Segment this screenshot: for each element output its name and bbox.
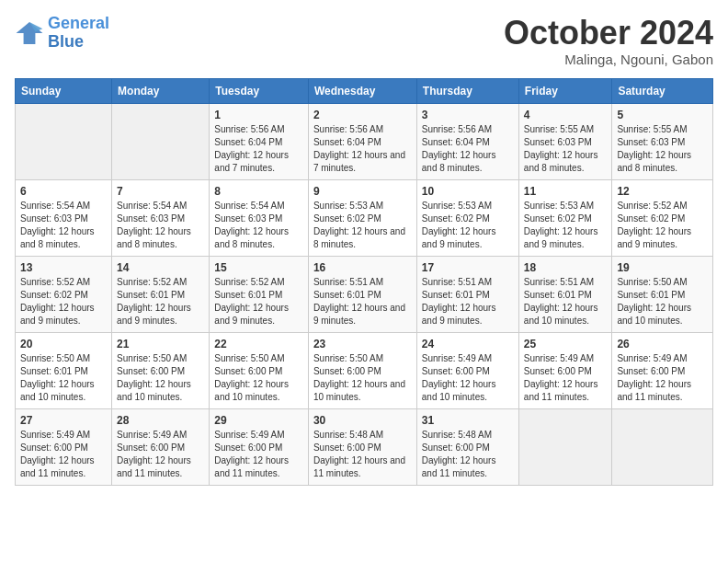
day-info: Sunrise: 5:50 AMSunset: 6:00 PMDaylight:… bbox=[313, 352, 412, 404]
logo-text: General Blue bbox=[48, 15, 109, 52]
weekday-header: Thursday bbox=[416, 78, 518, 103]
day-number: 7 bbox=[117, 185, 204, 198]
day-info: Sunrise: 5:56 AMSunset: 6:04 PMDaylight:… bbox=[214, 123, 303, 175]
calendar-cell: 19Sunrise: 5:50 AMSunset: 6:01 PMDayligh… bbox=[612, 256, 713, 332]
day-number: 4 bbox=[524, 109, 608, 121]
location: Malinga, Ngouni, Gabon bbox=[504, 52, 713, 67]
day-info: Sunrise: 5:52 AMSunset: 6:02 PMDaylight:… bbox=[20, 276, 107, 327]
day-info: Sunrise: 5:51 AMSunset: 6:01 PMDaylight:… bbox=[422, 276, 514, 327]
day-info: Sunrise: 5:56 AMSunset: 6:04 PMDaylight:… bbox=[422, 123, 514, 175]
month-title: October 2024 bbox=[504, 15, 713, 52]
day-number: 29 bbox=[214, 414, 303, 427]
logo-icon bbox=[15, 18, 44, 48]
day-info: Sunrise: 5:52 AMSunset: 6:01 PMDaylight:… bbox=[117, 276, 204, 327]
day-info: Sunrise: 5:50 AMSunset: 6:00 PMDaylight:… bbox=[214, 352, 303, 404]
calendar-week-row: 13Sunrise: 5:52 AMSunset: 6:02 PMDayligh… bbox=[16, 256, 713, 332]
calendar-cell bbox=[112, 103, 210, 179]
day-info: Sunrise: 5:53 AMSunset: 6:02 PMDaylight:… bbox=[313, 200, 412, 251]
day-number: 26 bbox=[617, 338, 708, 350]
calendar-cell: 21Sunrise: 5:50 AMSunset: 6:00 PMDayligh… bbox=[112, 332, 210, 408]
day-info: Sunrise: 5:49 AMSunset: 6:00 PMDaylight:… bbox=[117, 429, 204, 480]
day-info: Sunrise: 5:49 AMSunset: 6:00 PMDaylight:… bbox=[214, 429, 303, 480]
day-number: 23 bbox=[313, 338, 412, 350]
calendar-cell: 26Sunrise: 5:49 AMSunset: 6:00 PMDayligh… bbox=[612, 332, 713, 408]
calendar-week-row: 20Sunrise: 5:50 AMSunset: 6:01 PMDayligh… bbox=[16, 332, 713, 408]
calendar-cell: 20Sunrise: 5:50 AMSunset: 6:01 PMDayligh… bbox=[16, 332, 112, 408]
calendar-cell bbox=[518, 408, 612, 485]
calendar-cell: 30Sunrise: 5:48 AMSunset: 6:00 PMDayligh… bbox=[308, 408, 416, 485]
weekday-header: Tuesday bbox=[210, 78, 309, 103]
calendar-cell: 25Sunrise: 5:49 AMSunset: 6:00 PMDayligh… bbox=[518, 332, 612, 408]
day-number: 5 bbox=[617, 109, 708, 121]
calendar-cell: 28Sunrise: 5:49 AMSunset: 6:00 PMDayligh… bbox=[112, 408, 210, 485]
calendar-cell: 24Sunrise: 5:49 AMSunset: 6:00 PMDayligh… bbox=[416, 332, 518, 408]
day-number: 16 bbox=[313, 261, 412, 274]
day-info: Sunrise: 5:54 AMSunset: 6:03 PMDaylight:… bbox=[117, 200, 204, 251]
logo: General Blue bbox=[15, 15, 109, 52]
calendar-cell: 5Sunrise: 5:55 AMSunset: 6:03 PMDaylight… bbox=[612, 103, 713, 179]
weekday-header: Saturday bbox=[612, 78, 713, 103]
day-number: 24 bbox=[422, 338, 514, 350]
calendar-week-row: 1Sunrise: 5:56 AMSunset: 6:04 PMDaylight… bbox=[16, 103, 713, 179]
calendar-cell: 8Sunrise: 5:54 AMSunset: 6:03 PMDaylight… bbox=[210, 179, 309, 256]
calendar-cell bbox=[612, 408, 713, 485]
day-info: Sunrise: 5:50 AMSunset: 6:00 PMDaylight:… bbox=[117, 352, 204, 404]
title-block: October 2024 Malinga, Ngouni, Gabon bbox=[504, 15, 713, 67]
day-number: 27 bbox=[20, 414, 107, 427]
day-info: Sunrise: 5:52 AMSunset: 6:02 PMDaylight:… bbox=[617, 200, 708, 251]
calendar-cell: 17Sunrise: 5:51 AMSunset: 6:01 PMDayligh… bbox=[416, 256, 518, 332]
day-number: 22 bbox=[214, 338, 303, 350]
day-info: Sunrise: 5:55 AMSunset: 6:03 PMDaylight:… bbox=[617, 123, 708, 175]
calendar-cell: 6Sunrise: 5:54 AMSunset: 6:03 PMDaylight… bbox=[16, 179, 112, 256]
day-number: 30 bbox=[313, 414, 412, 427]
svg-marker-0 bbox=[17, 22, 43, 44]
day-info: Sunrise: 5:53 AMSunset: 6:02 PMDaylight:… bbox=[524, 200, 608, 251]
calendar-cell: 14Sunrise: 5:52 AMSunset: 6:01 PMDayligh… bbox=[112, 256, 210, 332]
day-info: Sunrise: 5:50 AMSunset: 6:01 PMDaylight:… bbox=[617, 276, 708, 327]
day-number: 13 bbox=[20, 261, 107, 274]
day-number: 18 bbox=[524, 261, 608, 274]
day-number: 31 bbox=[422, 414, 514, 427]
day-info: Sunrise: 5:48 AMSunset: 6:00 PMDaylight:… bbox=[313, 429, 412, 480]
day-number: 17 bbox=[422, 261, 514, 274]
day-number: 8 bbox=[214, 185, 303, 198]
calendar-cell: 3Sunrise: 5:56 AMSunset: 6:04 PMDaylight… bbox=[416, 103, 518, 179]
calendar-cell: 22Sunrise: 5:50 AMSunset: 6:00 PMDayligh… bbox=[210, 332, 309, 408]
day-info: Sunrise: 5:54 AMSunset: 6:03 PMDaylight:… bbox=[214, 200, 303, 251]
day-number: 9 bbox=[313, 185, 412, 198]
weekday-header: Sunday bbox=[16, 78, 112, 103]
day-number: 14 bbox=[117, 261, 204, 274]
calendar-cell bbox=[16, 103, 112, 179]
calendar-table: SundayMondayTuesdayWednesdayThursdayFrid… bbox=[15, 78, 713, 486]
day-info: Sunrise: 5:56 AMSunset: 6:04 PMDaylight:… bbox=[313, 123, 412, 175]
day-number: 19 bbox=[617, 261, 708, 274]
day-number: 1 bbox=[214, 109, 303, 121]
calendar-cell: 2Sunrise: 5:56 AMSunset: 6:04 PMDaylight… bbox=[308, 103, 416, 179]
day-number: 6 bbox=[20, 185, 107, 198]
day-info: Sunrise: 5:53 AMSunset: 6:02 PMDaylight:… bbox=[422, 200, 514, 251]
calendar-cell: 12Sunrise: 5:52 AMSunset: 6:02 PMDayligh… bbox=[612, 179, 713, 256]
calendar-cell: 10Sunrise: 5:53 AMSunset: 6:02 PMDayligh… bbox=[416, 179, 518, 256]
calendar-cell: 16Sunrise: 5:51 AMSunset: 6:01 PMDayligh… bbox=[308, 256, 416, 332]
day-info: Sunrise: 5:49 AMSunset: 6:00 PMDaylight:… bbox=[617, 352, 708, 404]
day-info: Sunrise: 5:55 AMSunset: 6:03 PMDaylight:… bbox=[524, 123, 608, 175]
weekday-header: Monday bbox=[112, 78, 210, 103]
calendar-week-row: 6Sunrise: 5:54 AMSunset: 6:03 PMDaylight… bbox=[16, 179, 713, 256]
calendar-cell: 31Sunrise: 5:48 AMSunset: 6:00 PMDayligh… bbox=[416, 408, 518, 485]
calendar-cell: 15Sunrise: 5:52 AMSunset: 6:01 PMDayligh… bbox=[210, 256, 309, 332]
day-number: 10 bbox=[422, 185, 514, 198]
day-info: Sunrise: 5:49 AMSunset: 6:00 PMDaylight:… bbox=[422, 352, 514, 404]
day-number: 3 bbox=[422, 109, 514, 121]
day-info: Sunrise: 5:51 AMSunset: 6:01 PMDaylight:… bbox=[524, 276, 608, 327]
calendar-cell: 29Sunrise: 5:49 AMSunset: 6:00 PMDayligh… bbox=[210, 408, 309, 485]
day-number: 21 bbox=[117, 338, 204, 350]
calendar-cell: 9Sunrise: 5:53 AMSunset: 6:02 PMDaylight… bbox=[308, 179, 416, 256]
weekday-header-row: SundayMondayTuesdayWednesdayThursdayFrid… bbox=[16, 78, 713, 103]
calendar-cell: 18Sunrise: 5:51 AMSunset: 6:01 PMDayligh… bbox=[518, 256, 612, 332]
day-number: 28 bbox=[117, 414, 204, 427]
day-info: Sunrise: 5:49 AMSunset: 6:00 PMDaylight:… bbox=[524, 352, 608, 404]
day-number: 12 bbox=[617, 185, 708, 198]
day-info: Sunrise: 5:51 AMSunset: 6:01 PMDaylight:… bbox=[313, 276, 412, 327]
weekday-header: Friday bbox=[518, 78, 612, 103]
calendar-cell: 1Sunrise: 5:56 AMSunset: 6:04 PMDaylight… bbox=[210, 103, 309, 179]
